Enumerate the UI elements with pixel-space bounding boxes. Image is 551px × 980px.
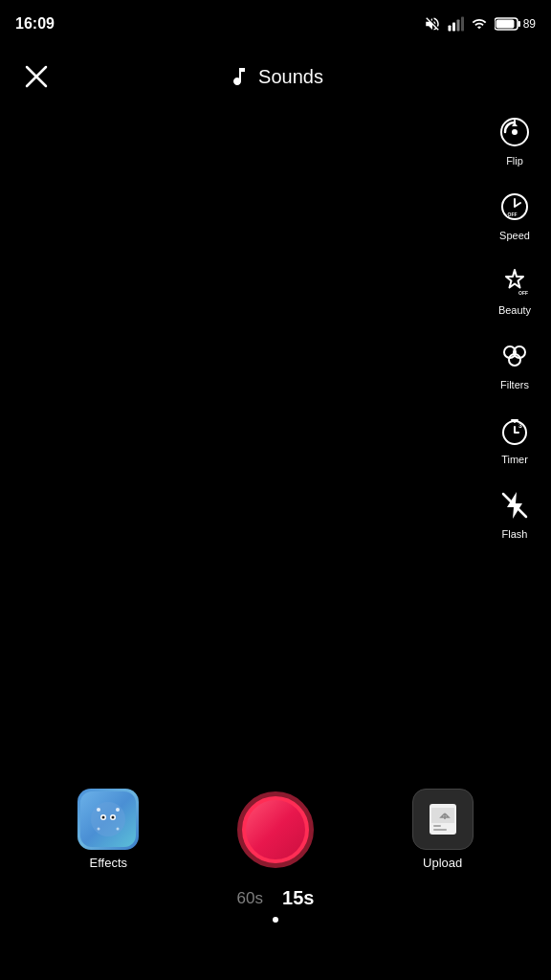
status-bar: 16:09 89 — [0, 0, 551, 48]
beauty-label: Beauty — [498, 304, 531, 316]
status-icons: 89 — [424, 15, 536, 33]
timer-icon: 3 — [497, 413, 532, 448]
svg-text:OFF: OFF — [508, 212, 518, 217]
top-bar: Sounds — [0, 48, 551, 105]
flash-label: Flash — [502, 528, 528, 540]
battery-level: 89 — [523, 17, 536, 31]
duration-15s[interactable]: 15s — [282, 887, 314, 909]
duration-selector: 60s 15s — [237, 887, 315, 909]
svg-rect-2 — [456, 20, 459, 32]
filters-icon — [497, 339, 532, 373]
svg-text:OFF: OFF — [518, 290, 528, 296]
effects-icon — [77, 789, 139, 850]
signal-icon — [447, 15, 464, 33]
upload-label: Upload — [423, 856, 462, 870]
speed-control[interactable]: OFF Speed — [490, 180, 540, 247]
bottom-controls: Effects Upload — [0, 789, 551, 870]
sounds-header[interactable]: Sounds — [228, 65, 323, 88]
record-button-inner — [246, 800, 305, 859]
beauty-icon-container: OFF — [494, 260, 536, 302]
close-button[interactable] — [15, 56, 57, 98]
filters-label: Filters — [500, 379, 529, 390]
timer-label: Timer — [501, 454, 528, 465]
mute-icon — [424, 15, 441, 33]
flash-control[interactable]: Flash — [490, 479, 540, 546]
timer-control[interactable]: 3 Timer — [490, 404, 540, 471]
svg-point-22 — [91, 802, 125, 836]
svg-rect-6 — [496, 20, 514, 29]
svg-rect-5 — [518, 21, 520, 27]
sounds-title: Sounds — [258, 66, 323, 88]
svg-point-27 — [97, 808, 100, 812]
beauty-control[interactable]: OFF Beauty — [490, 255, 540, 322]
effects-thumbnail — [80, 791, 136, 847]
record-button[interactable] — [237, 791, 314, 868]
flash-icon — [497, 488, 532, 523]
flash-icon-container — [494, 484, 536, 526]
svg-rect-1 — [452, 23, 455, 32]
svg-point-29 — [98, 828, 100, 831]
speed-icon-container: OFF — [494, 186, 536, 228]
effects-button[interactable]: Effects — [77, 789, 139, 870]
duration-60s[interactable]: 60s — [237, 889, 263, 908]
wifi-icon — [470, 16, 489, 32]
camera-viewfinder — [0, 105, 551, 789]
flip-control[interactable]: Flip — [490, 105, 540, 172]
svg-point-26 — [112, 816, 115, 819]
upload-button[interactable]: Upload — [412, 789, 474, 870]
svg-rect-0 — [448, 26, 451, 32]
music-note-icon — [228, 65, 251, 88]
upload-icon — [412, 789, 474, 850]
right-controls: Flip OFF Speed OFF Beauty — [490, 105, 540, 546]
svg-rect-33 — [433, 825, 441, 827]
battery-indicator: 89 — [495, 16, 536, 32]
svg-rect-34 — [433, 829, 447, 831]
flip-label: Flip — [506, 155, 523, 167]
svg-point-30 — [117, 828, 120, 831]
speed-label: Speed — [499, 230, 530, 241]
dot-indicator — [273, 917, 278, 923]
flip-icon-container — [494, 111, 536, 153]
speed-icon: OFF — [497, 189, 532, 224]
filters-icon-container — [494, 335, 536, 377]
svg-point-10 — [512, 129, 518, 135]
filters-control[interactable]: Filters — [490, 329, 540, 396]
svg-text:3: 3 — [518, 422, 522, 429]
upload-svg-icon — [424, 800, 462, 838]
effects-label: Effects — [90, 856, 128, 870]
flip-icon — [497, 115, 532, 149]
beauty-icon: OFF — [497, 264, 532, 299]
battery-icon — [495, 16, 521, 32]
timer-icon-container: 3 — [494, 410, 536, 452]
bottom-area: Effects Upload — [0, 789, 551, 980]
svg-point-28 — [116, 808, 120, 812]
status-time: 16:09 — [15, 15, 55, 33]
svg-rect-3 — [461, 17, 464, 32]
svg-point-25 — [102, 816, 105, 819]
